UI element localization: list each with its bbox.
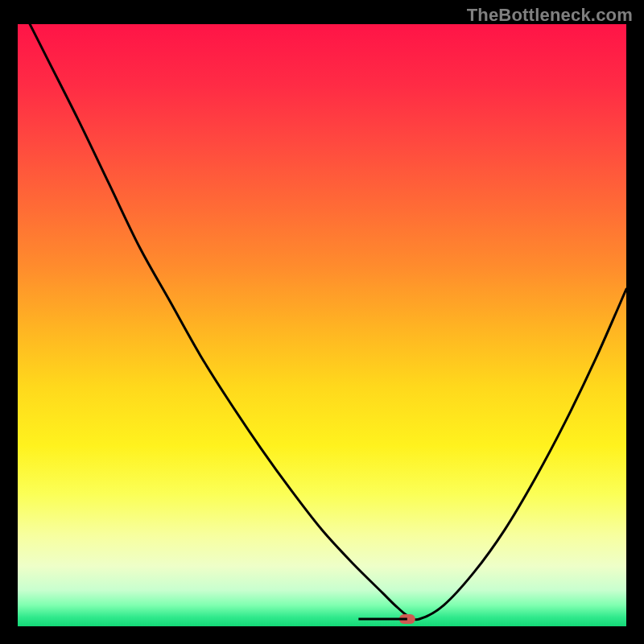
watermark-text: TheBottleneck.com [467,5,633,26]
chart-frame: TheBottleneck.com [0,0,644,644]
plot-area [18,24,626,626]
bottleneck-chart [18,24,626,626]
gradient-background [18,24,626,626]
